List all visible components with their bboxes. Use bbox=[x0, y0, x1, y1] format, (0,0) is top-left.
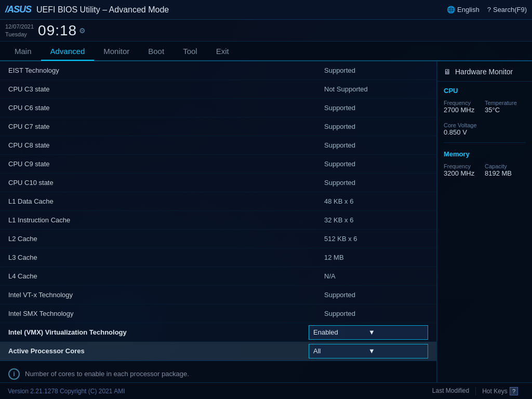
cpu-temperature-cell: Temperature 35°C bbox=[485, 98, 526, 116]
header-controls: 🌐 English ? Search(F9) bbox=[447, 6, 527, 14]
row-vmx[interactable]: Intel (VMX) Virtualization Technology En… bbox=[0, 323, 436, 342]
label-smx: Intel SMX Technology bbox=[8, 310, 324, 317]
label-cpu-c8: CPU C8 state bbox=[8, 141, 324, 149]
label-l1-instruction: L1 Instruction Cache bbox=[8, 216, 324, 224]
cpu-voltage-value: 0.850 V bbox=[444, 128, 526, 136]
tab-main[interactable]: Main bbox=[5, 43, 41, 61]
last-modified-button[interactable]: Last Modified bbox=[426, 387, 476, 395]
row-eist[interactable]: EIST Technology Supported bbox=[0, 61, 436, 80]
value-cpu-c6: Supported bbox=[324, 104, 428, 112]
active-cores-dropdown[interactable]: All ▼ bbox=[309, 344, 428, 358]
label-l1-data: L1 Data Cache bbox=[8, 197, 324, 205]
hot-keys-button[interactable]: Hot Keys ? bbox=[476, 387, 524, 395]
value-l2-cache: 512 KB x 6 bbox=[324, 235, 428, 243]
info-icon: i bbox=[8, 368, 20, 380]
bios-title: UEFI BIOS Utility – Advanced Mode bbox=[36, 5, 447, 15]
vmx-dropdown[interactable]: Enabled ▼ bbox=[309, 325, 428, 340]
cpu-frequency-value: 2700 MHz bbox=[444, 106, 485, 114]
row-cpu-c7[interactable]: CPU C7 state Supported bbox=[0, 117, 436, 136]
cpu-voltage-label: Core Voltage bbox=[444, 122, 526, 128]
search-label: Search(F9) bbox=[493, 6, 527, 14]
language-label: English bbox=[457, 6, 480, 14]
hot-keys-key: ? bbox=[510, 387, 518, 395]
label-l2-cache: L2 Cache bbox=[8, 235, 324, 243]
row-cpu-c8[interactable]: CPU C8 state Supported bbox=[0, 136, 436, 155]
label-cpu-c9: CPU C9 state bbox=[8, 160, 324, 168]
info-text: Number of cores to enable in each proces… bbox=[25, 370, 189, 378]
row-l4-cache[interactable]: L4 Cache N/A bbox=[0, 267, 436, 286]
settings-table: EIST Technology Supported CPU C3 state N… bbox=[0, 61, 436, 361]
tab-tool[interactable]: Tool bbox=[174, 43, 207, 61]
value-l1-instruction: 32 KB x 6 bbox=[324, 216, 428, 224]
row-cpu-c9[interactable]: CPU C9 state Supported bbox=[0, 155, 436, 174]
memory-frequency-label: Frequency bbox=[444, 163, 485, 169]
main-layout: EIST Technology Supported CPU C3 state N… bbox=[0, 61, 532, 382]
memory-frequency-value: 3200 MHz bbox=[444, 169, 485, 177]
memory-capacity-value: 8192 MB bbox=[485, 169, 526, 177]
active-cores-dropdown-value: All bbox=[313, 347, 368, 355]
date-display: 12/07/2021 bbox=[5, 23, 34, 30]
row-l3-cache[interactable]: L3 Cache 12 MB bbox=[0, 248, 436, 267]
tab-boot[interactable]: Boot bbox=[139, 43, 174, 61]
hw-monitor-title: Hardware Monitor bbox=[455, 68, 513, 76]
vmx-dropdown-value: Enabled bbox=[313, 328, 368, 336]
value-l3-cache: 12 MB bbox=[324, 254, 428, 261]
row-cpu-c6[interactable]: CPU C6 state Supported bbox=[0, 99, 436, 117]
day-display: Tuesday bbox=[5, 31, 34, 38]
row-l2-cache[interactable]: L2 Cache 512 KB x 6 bbox=[0, 230, 436, 248]
vmx-dropdown-arrow: ▼ bbox=[368, 328, 423, 336]
search-icon: ? bbox=[487, 6, 491, 14]
label-cpu-c10: CPU C10 state bbox=[8, 179, 324, 187]
row-l1-instruction[interactable]: L1 Instruction Cache 32 KB x 6 bbox=[0, 211, 436, 230]
asus-logo: /ASUS bbox=[5, 4, 31, 15]
row-l1-data[interactable]: L1 Data Cache 48 KB x 6 bbox=[0, 192, 436, 211]
memory-capacity-label: Capacity bbox=[485, 163, 526, 169]
footer-buttons: Last Modified Hot Keys ? bbox=[426, 387, 524, 395]
label-l4-cache: L4 Cache bbox=[8, 272, 324, 280]
cpu-frequency-label: Frequency bbox=[444, 100, 485, 106]
tab-exit[interactable]: Exit bbox=[207, 43, 238, 61]
globe-icon: 🌐 bbox=[447, 6, 455, 14]
cpu-temperature-label: Temperature bbox=[485, 100, 526, 106]
value-l4-cache: N/A bbox=[324, 272, 428, 280]
monitor-icon: 🖥 bbox=[444, 68, 451, 76]
tab-monitor[interactable]: Monitor bbox=[94, 43, 139, 61]
label-vmx: Intel (VMX) Virtualization Technology bbox=[8, 328, 309, 336]
memory-frequency-cell: Frequency 3200 MHz bbox=[444, 161, 485, 179]
hw-monitor-header: 🖥 Hardware Monitor bbox=[437, 61, 532, 82]
cpu-temperature-value: 35°C bbox=[485, 106, 526, 114]
label-active-cores: Active Processor Cores bbox=[8, 347, 309, 355]
time-display: 09:18 bbox=[38, 22, 77, 39]
hot-keys-label: Hot Keys bbox=[482, 388, 508, 395]
row-vtx[interactable]: Intel VT-x Technology Supported bbox=[0, 286, 436, 304]
row-active-cores[interactable]: Active Processor Cores All ▼ bbox=[0, 342, 436, 361]
asus-logo-text: /ASUS bbox=[5, 4, 31, 15]
label-cpu-c3: CPU C3 state bbox=[8, 85, 324, 93]
row-cpu-c10[interactable]: CPU C10 state Supported bbox=[0, 174, 436, 192]
language-button[interactable]: 🌐 English bbox=[447, 6, 480, 14]
row-cpu-c3[interactable]: CPU C3 state Not Supported bbox=[0, 80, 436, 99]
value-vtx: Supported bbox=[324, 291, 428, 299]
datetime-bar: 12/07/2021 Tuesday 09:18 ⚙ bbox=[0, 20, 532, 42]
content-panel: EIST Technology Supported CPU C3 state N… bbox=[0, 61, 437, 382]
value-cpu-c3: Not Supported bbox=[324, 85, 428, 93]
search-button[interactable]: ? Search(F9) bbox=[487, 6, 527, 14]
cpu-voltage-cell: Core Voltage 0.850 V bbox=[437, 120, 532, 140]
row-smx[interactable]: Intel SMX Technology Supported bbox=[0, 304, 436, 323]
value-cpu-c8: Supported bbox=[324, 141, 428, 149]
label-cpu-c7: CPU C7 state bbox=[8, 123, 324, 130]
date-info: 12/07/2021 Tuesday bbox=[5, 23, 34, 38]
version-text: Version 2.21.1278 Copyright (C) 2021 AMI bbox=[8, 388, 125, 395]
memory-section-header: Memory bbox=[437, 145, 532, 161]
nav-tabs: Main Advanced Monitor Boot Tool Exit bbox=[0, 42, 532, 61]
label-cpu-c6: CPU C6 state bbox=[8, 104, 324, 112]
memory-capacity-cell: Capacity 8192 MB bbox=[485, 161, 526, 179]
tab-advanced[interactable]: Advanced bbox=[41, 43, 95, 61]
label-l3-cache: L3 Cache bbox=[8, 254, 324, 261]
label-eist: EIST Technology bbox=[8, 66, 324, 74]
settings-icon[interactable]: ⚙ bbox=[79, 26, 86, 35]
header: /ASUS UEFI BIOS Utility – Advanced Mode … bbox=[0, 0, 532, 20]
value-cpu-c9: Supported bbox=[324, 160, 428, 168]
value-smx: Supported bbox=[324, 310, 428, 317]
memory-metrics-grid: Frequency 3200 MHz Capacity 8192 MB bbox=[437, 161, 532, 183]
